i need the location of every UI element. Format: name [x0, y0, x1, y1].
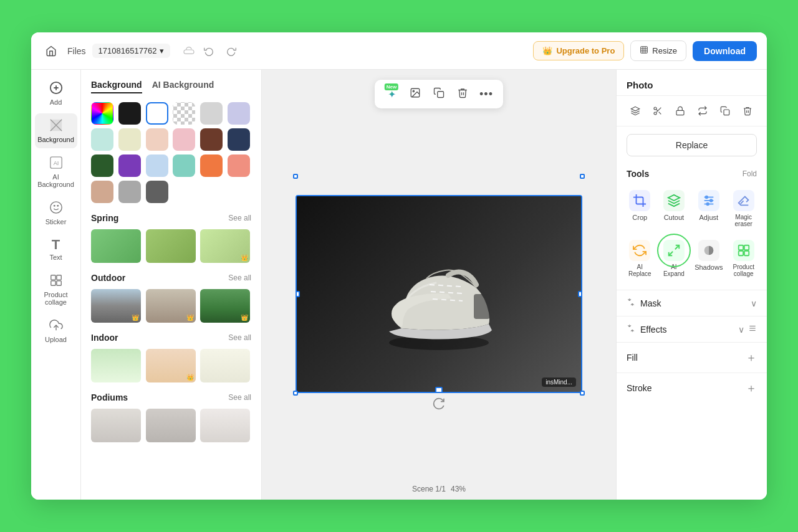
- swatch-black[interactable]: [118, 102, 141, 125]
- trash-icon-button[interactable]: [739, 102, 756, 120]
- corner-handle-tr[interactable]: [580, 174, 585, 179]
- svg-rect-32: [724, 110, 729, 115]
- resize-button[interactable]: Resize: [630, 40, 686, 61]
- replace-image-button[interactable]: [405, 83, 426, 105]
- tool-adjust[interactable]: Adjust: [692, 185, 725, 232]
- swatch-gray[interactable]: [200, 102, 223, 125]
- outdoor-thumb-2[interactable]: 👑: [146, 289, 196, 323]
- indoor-thumb-1[interactable]: [91, 349, 141, 382]
- fill-row: Fill ＋: [617, 342, 767, 373]
- more-options-button[interactable]: •••: [476, 83, 497, 105]
- swatch-teal[interactable]: [173, 154, 195, 177]
- stroke-add-icon[interactable]: ＋: [746, 381, 757, 396]
- right-panel-icons: [617, 96, 767, 126]
- zoom-level: 43%: [451, 485, 466, 493]
- podium-thumb-3[interactable]: [200, 409, 250, 442]
- panel: Background AI Background: [81, 70, 262, 500]
- tool-cutout[interactable]: Cutout: [658, 185, 690, 232]
- tool-ai-expand[interactable]: AI Expand: [658, 235, 690, 282]
- swatch-transparent[interactable]: [173, 102, 195, 125]
- tool-magic-eraser[interactable]: Magic eraser: [728, 185, 759, 232]
- chevron-icon: ▾: [160, 46, 164, 55]
- accordion-effects[interactable]: Effects ∨: [617, 316, 767, 342]
- spring-thumb-3[interactable]: 👑: [200, 229, 250, 263]
- flip-icon-button[interactable]: [694, 102, 711, 120]
- sidebar-item-upload[interactable]: Upload: [35, 313, 77, 348]
- sidebar-item-ai-background[interactable]: AI AI Background: [35, 151, 77, 193]
- home-button[interactable]: [41, 41, 61, 61]
- sidebar-item-add[interactable]: Add: [35, 76, 77, 111]
- sidebar-item-text[interactable]: T Text: [35, 233, 77, 266]
- see-all-outdoor[interactable]: See all: [228, 273, 251, 282]
- corner-handle-bl[interactable]: [293, 391, 298, 396]
- swatch-brown[interactable]: [200, 128, 223, 151]
- copy-icon-button[interactable]: [716, 102, 734, 120]
- tool-ai-replace[interactable]: AI Replace: [624, 235, 656, 282]
- delete-button[interactable]: [452, 83, 473, 105]
- effects-settings-icon[interactable]: [748, 324, 757, 335]
- filename-pill[interactable]: 1710816517762 ▾: [92, 44, 170, 58]
- swatch-salmon[interactable]: [228, 154, 250, 177]
- accordion-mask[interactable]: Mask ∨: [617, 290, 767, 316]
- sidebar-item-background-label: Background: [37, 136, 74, 143]
- see-all-indoor[interactable]: See all: [228, 333, 251, 342]
- sidebar-item-upload-label: Upload: [45, 336, 67, 343]
- files-label[interactable]: Files: [67, 46, 86, 56]
- redo-button[interactable]: [223, 42, 240, 60]
- swatch-purple[interactable]: [118, 154, 141, 177]
- outdoor-thumb-3[interactable]: 👑: [200, 289, 250, 323]
- fill-add-icon[interactable]: ＋: [746, 350, 757, 365]
- swatch-cream[interactable]: [118, 128, 141, 151]
- podium-thumb-2[interactable]: [146, 409, 196, 442]
- svg-marker-25: [631, 107, 639, 111]
- tab-ai-background[interactable]: AI Background: [152, 80, 214, 93]
- replace-button[interactable]: Replace: [627, 134, 757, 156]
- podium-thumb-1[interactable]: [91, 409, 141, 442]
- swatch-lightblue[interactable]: [146, 154, 168, 177]
- delete-icon: [457, 87, 468, 101]
- canvas-frame[interactable]: insMind...: [296, 195, 582, 393]
- undo-button[interactable]: [200, 42, 218, 60]
- swatch-navy[interactable]: [228, 128, 250, 151]
- cutout-icon-button[interactable]: [649, 102, 666, 120]
- spring-thumb-1[interactable]: [91, 229, 141, 263]
- lock-icon-button[interactable]: [671, 102, 689, 120]
- swatch-lavender[interactable]: [228, 102, 250, 125]
- fold-button[interactable]: Fold: [743, 169, 757, 178]
- layers-icon-button[interactable]: [627, 102, 644, 120]
- see-all-podiums[interactable]: See all: [228, 393, 251, 402]
- swatch-white[interactable]: [146, 102, 168, 125]
- handle-left[interactable]: [296, 291, 300, 297]
- swatch-rainbow[interactable]: [91, 102, 113, 125]
- ai-magic-button[interactable]: ✦ New: [381, 83, 402, 105]
- outdoor-thumb-1[interactable]: 👑: [91, 289, 141, 323]
- corner-handle-br[interactable]: [580, 391, 585, 396]
- sidebar-item-sticker[interactable]: Sticker: [35, 196, 77, 230]
- swatch-mint[interactable]: [91, 128, 113, 151]
- tool-crop[interactable]: Crop: [624, 185, 656, 232]
- see-all-spring[interactable]: See all: [228, 214, 251, 222]
- sidebar-item-sticker-label: Sticker: [46, 218, 67, 226]
- indoor-thumb-2[interactable]: 👑: [146, 349, 196, 382]
- tool-product-collage[interactable]: Product collage: [728, 235, 759, 282]
- duplicate-button[interactable]: [428, 83, 449, 105]
- tab-background[interactable]: Background: [91, 80, 142, 93]
- swatch-peach[interactable]: [146, 128, 168, 151]
- sidebar-item-background[interactable]: Background: [35, 113, 77, 148]
- handle-right[interactable]: [578, 291, 582, 297]
- swatch-rose[interactable]: [173, 128, 195, 151]
- swatch-tan[interactable]: [91, 181, 113, 203]
- corner-handle-tl[interactable]: [293, 174, 298, 179]
- swatch-darkgray[interactable]: [146, 181, 168, 203]
- swatch-silver[interactable]: [118, 181, 141, 203]
- sidebar-item-product-collage[interactable]: Product collage: [35, 268, 77, 311]
- rotate-handle[interactable]: [432, 397, 446, 411]
- app-window: Files 1710816517762 ▾: [31, 32, 767, 500]
- swatch-darkgreen[interactable]: [91, 154, 113, 177]
- tool-shadows[interactable]: Shadows: [692, 235, 725, 282]
- spring-thumb-2[interactable]: [146, 229, 196, 263]
- swatch-orange[interactable]: [200, 154, 223, 177]
- indoor-thumb-3[interactable]: [200, 349, 250, 382]
- upgrade-button[interactable]: 👑 Upgrade to Pro: [533, 41, 624, 60]
- download-button[interactable]: Download: [693, 41, 757, 61]
